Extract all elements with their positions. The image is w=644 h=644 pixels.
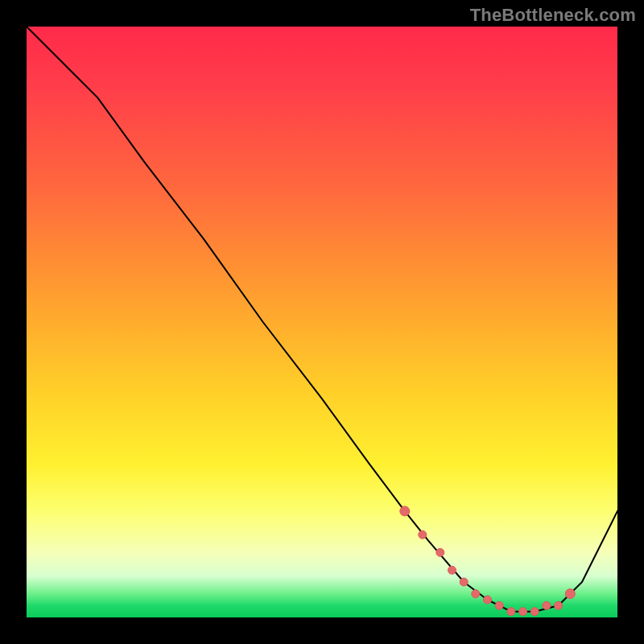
marker-dot [495, 601, 503, 609]
marker-dot [436, 548, 444, 556]
marker-dot [472, 590, 480, 598]
marker-dot [507, 608, 515, 616]
marker-dot [555, 601, 563, 609]
chart-frame: TheBottleneck.com [0, 0, 644, 644]
plot-area [27, 27, 617, 617]
watermark-label: TheBottleneck.com [470, 5, 636, 26]
bottleneck-curve [27, 27, 617, 612]
marker-dot [543, 601, 551, 609]
marker-dot [400, 506, 410, 516]
marker-dot [519, 608, 527, 616]
marker-dot [460, 578, 468, 586]
marker-dot [448, 566, 456, 574]
marker-dots [400, 506, 576, 616]
marker-dot [565, 589, 575, 599]
marker-dot [530, 608, 539, 616]
marker-dot [484, 596, 492, 604]
marker-dot [419, 530, 427, 539]
chart-canvas [27, 27, 617, 617]
